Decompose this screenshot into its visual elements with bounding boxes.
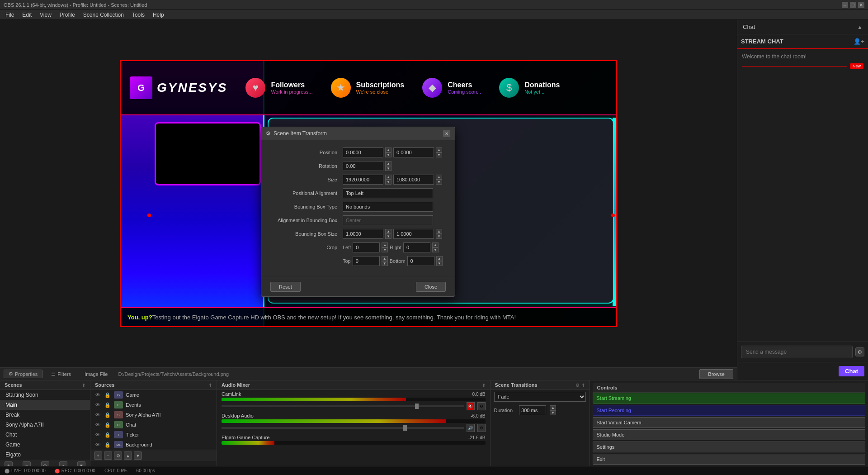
bb-size-w-down[interactable]: ▼	[385, 234, 392, 239]
transition-type-select[interactable]: Fade Cut Swipe Slide Stinger	[494, 392, 586, 402]
menu-tools[interactable]: Tools	[128, 11, 148, 19]
start-recording-button[interactable]: Start Recording	[593, 405, 866, 416]
eye-chat-icon[interactable]: 👁	[94, 422, 101, 428]
scene-item-sony-a7ii[interactable]: Sony Alpha A7II	[0, 420, 90, 430]
bb-size-w-input[interactable]	[343, 229, 383, 239]
scenes-panel-ctrl[interactable]: ⬆	[82, 383, 85, 388]
start-streaming-button[interactable]: Start Streaming	[593, 393, 866, 404]
chat-tab-button[interactable]: Chat	[839, 366, 864, 376]
source-item-background[interactable]: 👁 🔒 IMG Background	[90, 440, 217, 450]
scene-item-chat[interactable]: Chat	[0, 430, 90, 440]
position-x-input[interactable]	[343, 147, 383, 157]
source-down-button[interactable]: ▼	[134, 451, 142, 460]
source-item-game[interactable]: 👁 🔒 G Game	[90, 390, 217, 400]
transitions-panel-ctrl[interactable]: ⬆	[581, 383, 585, 388]
camlink-fader-thumb[interactable]	[415, 404, 419, 409]
scene-item-break[interactable]: Break	[0, 410, 90, 420]
crop-bottom-input[interactable]	[407, 256, 434, 266]
lock-game-icon[interactable]: 🔒	[104, 392, 111, 398]
chat-settings-button[interactable]: ⚙	[855, 347, 864, 356]
crop-right-input[interactable]	[403, 242, 430, 252]
eye-events-icon[interactable]: 👁	[94, 402, 101, 408]
bb-size-w-up[interactable]: ▲	[385, 229, 392, 234]
menu-file[interactable]: File	[2, 11, 18, 19]
chat-message-input[interactable]	[741, 346, 853, 358]
scene-up-button[interactable]: ▲	[59, 461, 67, 466]
menu-profile[interactable]: Profile	[56, 11, 79, 19]
crop-right-down[interactable]: ▼	[432, 247, 439, 252]
dialog-close-button[interactable]: ✕	[443, 130, 450, 137]
exit-button[interactable]: Exit	[593, 454, 866, 465]
desktop-mute-button[interactable]: 🔊	[467, 424, 475, 432]
crop-left-down[interactable]: ▼	[382, 247, 388, 252]
eye-game-icon[interactable]: 👁	[94, 392, 101, 398]
scene-item-game[interactable]: Game	[0, 440, 90, 450]
start-virtual-camera-button[interactable]: Start Virtual Camera	[593, 417, 866, 428]
bb-size-h-up[interactable]: ▲	[436, 229, 442, 234]
rotation-down[interactable]: ▼	[385, 166, 392, 171]
eye-sony-icon[interactable]: 👁	[94, 412, 101, 418]
desktop-fader-thumb[interactable]	[403, 425, 407, 431]
desktop-settings-button[interactable]: ⚙	[477, 424, 486, 432]
eye-bg-icon[interactable]: 👁	[94, 442, 101, 447]
camlink-fader-track[interactable]	[222, 405, 464, 407]
size-h-up[interactable]: ▲	[436, 175, 442, 180]
size-h-input[interactable]	[393, 175, 434, 185]
size-w-up[interactable]: ▲	[385, 175, 392, 180]
maximize-button[interactable]: □	[850, 2, 856, 8]
scene-item-starting-soon[interactable]: Starting Soon	[0, 390, 90, 400]
sources-panel-ctrl[interactable]: ⬆	[208, 383, 212, 388]
position-y-up[interactable]: ▲	[436, 147, 442, 152]
crop-left-up[interactable]: ▲	[382, 242, 388, 247]
lock-bg-icon[interactable]: 🔒	[104, 442, 111, 448]
handle-left-middle[interactable]	[147, 214, 151, 217]
position-y-down[interactable]: ▼	[436, 152, 442, 157]
scene-add-button[interactable]: +	[5, 461, 13, 466]
transitions-settings-icon[interactable]: ⚙	[576, 383, 580, 388]
alignment-in-bb-select[interactable]: Center	[343, 215, 433, 225]
tab-filters[interactable]: ☰ Filters	[46, 370, 76, 378]
crop-left-input[interactable]	[353, 242, 380, 252]
reset-button[interactable]: Reset	[270, 282, 301, 292]
rotation-up[interactable]: ▲	[385, 161, 392, 166]
lock-ticker-icon[interactable]: 🔒	[104, 432, 111, 438]
size-h-down[interactable]: ▼	[436, 180, 442, 185]
minimize-button[interactable]: ─	[842, 2, 848, 8]
duration-down[interactable]: ▼	[550, 410, 556, 415]
duration-up[interactable]: ▲	[550, 405, 556, 410]
position-y-input[interactable]	[393, 147, 434, 157]
source-up-button[interactable]: ▲	[124, 451, 132, 460]
bb-size-h-down[interactable]: ▼	[436, 234, 442, 239]
bb-size-h-input[interactable]	[393, 229, 434, 239]
source-add-button[interactable]: +	[94, 451, 102, 460]
eye-ticker-icon[interactable]: 👁	[94, 432, 101, 437]
lock-chat-icon[interactable]: 🔒	[104, 422, 111, 428]
scene-remove-button[interactable]: −	[23, 461, 31, 466]
scene-item-main[interactable]: Main	[0, 400, 90, 410]
crop-top-down[interactable]: ▼	[382, 261, 388, 266]
lock-events-icon[interactable]: 🔒	[104, 402, 111, 408]
desktop-fader-track[interactable]	[222, 427, 464, 429]
positional-alignment-select[interactable]: Top Left Top Center Top Right Center Lef…	[343, 188, 433, 198]
menu-view[interactable]: View	[36, 11, 55, 19]
size-w-down[interactable]: ▼	[385, 180, 392, 185]
scene-down-button[interactable]: ▼	[77, 461, 85, 466]
menu-help[interactable]: Help	[149, 11, 168, 19]
scene-settings-button[interactable]: ⚙	[41, 461, 49, 466]
duration-input[interactable]	[519, 405, 546, 415]
audio-panel-ctrl[interactable]: ⬆	[482, 383, 486, 388]
tab-properties[interactable]: ⚙ Properties	[4, 370, 42, 378]
handle-right-middle[interactable]	[611, 214, 615, 217]
close-button[interactable]: ✕	[858, 2, 864, 8]
source-item-chat-src[interactable]: 👁 🔒 C Chat	[90, 420, 217, 430]
source-remove-button[interactable]: −	[104, 451, 112, 460]
camlink-settings-button[interactable]: ⚙	[477, 402, 486, 410]
size-w-input[interactable]	[343, 175, 383, 185]
close-dialog-button[interactable]: Close	[416, 282, 446, 292]
position-x-up[interactable]: ▲	[385, 147, 392, 152]
tab-image-file[interactable]: Image File	[80, 370, 113, 378]
browse-button[interactable]: Browse	[699, 369, 733, 379]
crop-bottom-up[interactable]: ▲	[436, 256, 443, 261]
crop-bottom-down[interactable]: ▼	[436, 261, 443, 266]
position-x-down[interactable]: ▼	[385, 152, 392, 157]
